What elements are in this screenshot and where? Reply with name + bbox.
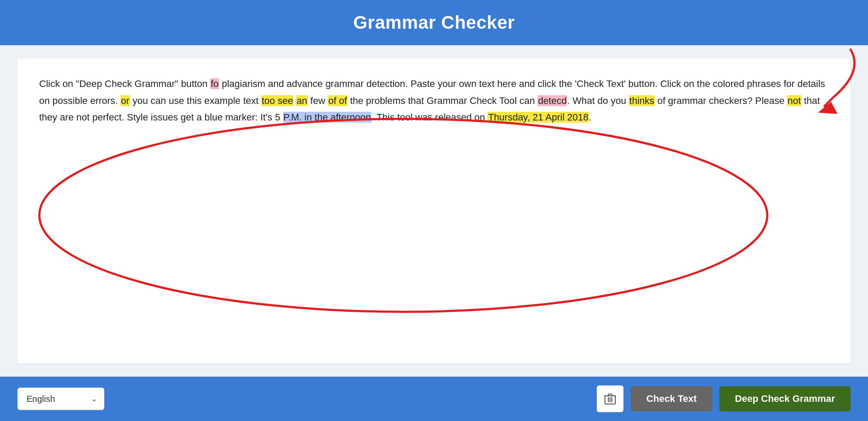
- language-select[interactable]: English Spanish French German Italian Po…: [17, 388, 104, 410]
- trash-icon: [604, 393, 616, 405]
- footer-toolbar: English Spanish French German Italian Po…: [0, 377, 868, 421]
- main-content: Click on "Deep Check Grammar" button fo …: [0, 45, 868, 377]
- text-editor-area[interactable]: Click on "Deep Check Grammar" button fo …: [17, 58, 851, 364]
- footer-buttons: Check Text Deep Check Grammar: [597, 385, 851, 412]
- error-highlight-thinks: thinks: [629, 95, 654, 106]
- page-title: Grammar Checker: [0, 12, 868, 33]
- app-header: Grammar Checker: [0, 0, 868, 45]
- error-highlight-of-of: of of: [328, 95, 347, 106]
- clear-text-button[interactable]: [597, 385, 624, 412]
- grammar-text: Click on "Deep Check Grammar" button fo …: [39, 76, 829, 126]
- error-highlight-too-see: too see: [261, 95, 294, 106]
- error-highlight-detecd: detecd: [537, 95, 567, 106]
- error-highlight-pm: P.M. in the afternoon: [283, 112, 371, 123]
- svg-point-0: [39, 119, 767, 312]
- error-highlight-or: or: [120, 95, 130, 106]
- language-selector-wrapper[interactable]: English Spanish French German Italian Po…: [17, 388, 104, 410]
- error-highlight-fo: fo: [210, 78, 219, 89]
- deep-check-grammar-button[interactable]: Deep Check Grammar: [719, 386, 851, 411]
- error-highlight-not: not: [787, 95, 801, 106]
- error-highlight-an: an: [296, 95, 307, 106]
- error-highlight-date: Thursday, 21 April 2018: [487, 112, 589, 123]
- check-text-button[interactable]: Check Text: [631, 386, 712, 411]
